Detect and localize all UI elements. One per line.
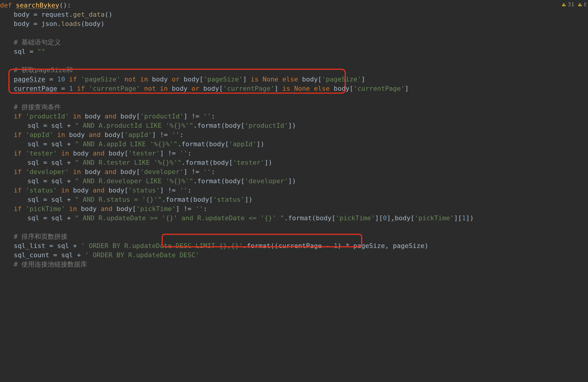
blank-line <box>0 93 588 102</box>
warning-icon <box>578 3 582 6</box>
code-line: body = json.loads(body) <box>0 19 588 28</box>
comment-line: # 使用连接池链接数据库 <box>0 260 588 269</box>
code-line: if 'developer' in body and body['develop… <box>0 167 588 176</box>
blank-line <box>0 223 588 232</box>
code-line: if 'status' in body and body['status'] !… <box>0 186 588 195</box>
code-line: if 'productId' in body and body['product… <box>0 112 588 121</box>
warning-count: 31 <box>568 1 574 8</box>
warning-count-partial: 6 <box>584 1 586 8</box>
code-line: if 'appId' in body and body['appId'] != … <box>0 130 588 139</box>
blank-line <box>0 56 588 65</box>
code-line: sql = sql + " AND R.updateDate >= '{}' a… <box>0 213 588 223</box>
code-line: sql = sql + " AND R.developer LIKE '%{}%… <box>0 176 588 186</box>
comment-line: # 获取pageSize和 <box>0 65 588 75</box>
warning-icon <box>562 3 566 6</box>
code-line: def searchBykey(): <box>0 1 588 10</box>
code-editor[interactable]: def searchBykey(): body = request.get_da… <box>0 0 588 382</box>
code-line: sql = "" <box>0 47 588 56</box>
code-line: body = request.get_data() <box>0 10 588 19</box>
comment-line: # 排序和页数拼接 <box>0 232 588 241</box>
code-line: sql = sql + " AND A.appId LIKE '%{}%'".f… <box>0 139 588 149</box>
comment-line: # 拼接查询条件 <box>0 102 588 112</box>
inspection-warnings[interactable]: 31 6 <box>562 1 586 8</box>
code-line: sql = sql + " AND R.status = '{}'".forma… <box>0 195 588 204</box>
code-line: sql_count = sql + ' ORDER BY R.updateDat… <box>0 250 588 260</box>
code-line: sql = sql + " AND A.productId LIKE '%{}%… <box>0 121 588 130</box>
code-line: sql = sql + " AND R.tester LIKE '%{}%'".… <box>0 158 588 167</box>
blank-line <box>0 28 588 38</box>
warning-group-1[interactable]: 31 <box>562 1 574 8</box>
code-line: currentPage = 1 if 'currentPage' not in … <box>0 84 588 93</box>
def-keyword: def <box>0 1 12 9</box>
code-line: if 'pickTime' in body and body['pickTime… <box>0 204 588 213</box>
code-line: sql_list = sql + ' ORDER BY R.updateDate… <box>0 241 588 250</box>
comment-line: # 基础语句定义 <box>0 38 588 47</box>
code-line: pageSize = 10 if 'pageSize' not in body … <box>0 75 588 84</box>
function-name: searchBykey <box>16 1 59 9</box>
warning-group-2[interactable]: 6 <box>578 1 586 8</box>
code-line: if 'tester' in body and body['tester'] !… <box>0 149 588 158</box>
